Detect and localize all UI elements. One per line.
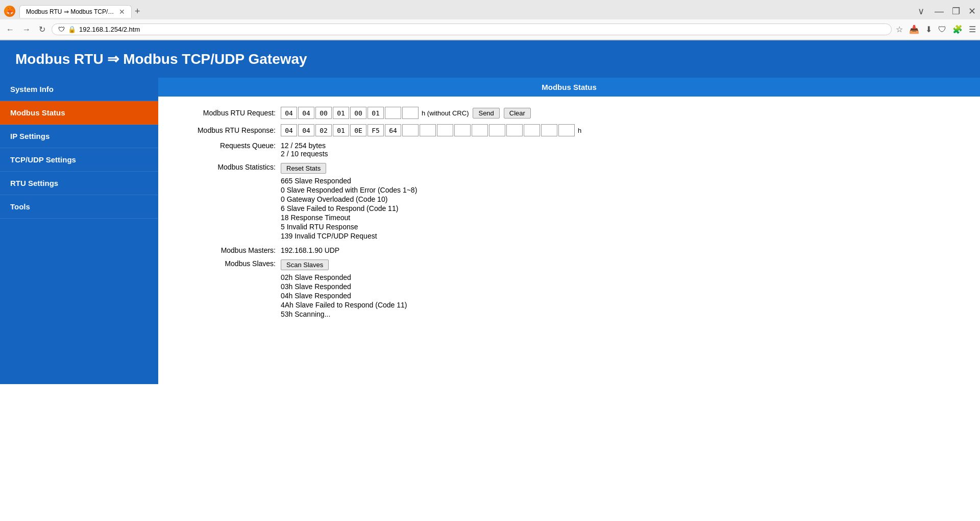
modbus-slaves-label: Modbus Slaves: — [174, 259, 276, 268]
content-area: Modbus Status Modbus RTU Request: h (wit… — [158, 78, 980, 384]
address-bar[interactable]: 🛡 🔒 — [52, 23, 892, 35]
stat-item-0: 665 Slave Responded — [281, 177, 417, 185]
pocket-icon[interactable]: 📥 — [909, 25, 919, 34]
requests-queue-label: Requests Queue: — [174, 141, 276, 150]
modbus-slaves-content: Scan Slaves 02h Slave Responded 03h Slav… — [281, 259, 407, 319]
send-button[interactable]: Send — [473, 108, 499, 119]
minimize-button[interactable]: — — [935, 6, 944, 17]
requests-queue-bytes: 12 / 254 bytes — [281, 141, 328, 150]
stat-item-1: 0 Slave Responded with Error (Codes 1~8) — [281, 186, 417, 194]
req-byte-2[interactable] — [315, 107, 332, 119]
reload-button[interactable]: ↻ — [37, 23, 47, 35]
content-body: Modbus RTU Request: h (without CRC) Send… — [158, 97, 980, 335]
stat-item-6: 139 Invalid TCP/UDP Request — [281, 232, 417, 240]
clear-button[interactable]: Clear — [504, 108, 531, 119]
resp-byte-9[interactable] — [437, 124, 453, 136]
tab-overflow-button[interactable]: ∨ — [918, 6, 924, 17]
slave-item-4: 53h Scanning... — [281, 310, 407, 318]
sidebar-item-tcp-udp-settings[interactable]: TCP/UDP Settings — [0, 148, 158, 172]
rtu-response-label: Modbus RTU Response: — [174, 126, 276, 134]
close-window-button[interactable]: ✕ — [968, 6, 976, 17]
window-controls: — ❐ ✕ — [935, 6, 976, 17]
new-tab-button[interactable]: + — [135, 6, 140, 17]
stat-item-2: 0 Gateway Overloaded (Code 10) — [281, 195, 417, 203]
req-byte-1[interactable] — [298, 107, 314, 119]
sidebar-item-tools[interactable]: Tools — [0, 195, 158, 219]
resp-byte-3[interactable] — [333, 124, 349, 136]
req-byte-5[interactable] — [368, 107, 384, 119]
slave-item-3: 4Ah Slave Failed to Respond (Code 11) — [281, 301, 407, 309]
slave-item-2: 04h Slave Responded — [281, 292, 407, 300]
restore-button[interactable]: ❐ — [952, 6, 960, 17]
resp-byte-2[interactable] — [315, 124, 332, 136]
rtu-request-label: Modbus RTU Request: — [174, 109, 276, 117]
shield-icon: 🛡 — [58, 26, 65, 33]
firefox-icon: 🦊 — [4, 6, 15, 17]
resp-byte-5[interactable] — [368, 124, 384, 136]
rtu-response-row: Modbus RTU Response: — [174, 124, 965, 136]
sidebar-item-modbus-status[interactable]: Modbus Status — [0, 101, 158, 125]
nav-bar: ← → ↻ 🛡 🔒 ☆ 📥 ⬇ 🛡 🧩 ☰ — [0, 19, 980, 40]
scan-slaves-button[interactable]: Scan Slaves — [281, 259, 329, 270]
stat-item-3: 6 Slave Failed to Respond (Code 11) — [281, 204, 417, 212]
content-header: Modbus Status — [158, 78, 980, 97]
extensions-icon[interactable]: 🧩 — [952, 25, 963, 34]
sidebar-item-system-info[interactable]: System Info — [0, 78, 158, 101]
stat-item-5: 5 Invalid RTU Response — [281, 223, 417, 231]
browser-tab[interactable]: Modbus RTU ⇒ Modbus TCP/UDP G... ✕ — [19, 5, 132, 18]
resp-byte-11[interactable] — [472, 124, 488, 136]
nav-toolbar: ☆ 📥 ⬇ 🛡 🧩 ☰ — [896, 25, 976, 34]
req-byte-0[interactable] — [281, 107, 297, 119]
resp-byte-7[interactable] — [402, 124, 419, 136]
modbus-masters-value: 192.168.1.90 UDP — [281, 246, 339, 254]
requests-queue-requests: 2 / 10 requests — [281, 150, 328, 158]
tab-title: Modbus RTU ⇒ Modbus TCP/UDP G... — [26, 8, 116, 15]
rtu-response-inputs: h — [281, 124, 581, 136]
slave-item-1: 03h Slave Responded — [281, 282, 407, 291]
sidebar-item-ip-settings[interactable]: IP Settings — [0, 125, 158, 148]
sidebar-item-rtu-settings[interactable]: RTU Settings — [0, 172, 158, 195]
resp-byte-14[interactable] — [524, 124, 540, 136]
stat-item-4: 18 Response Timeout — [281, 214, 417, 222]
resp-byte-10[interactable] — [454, 124, 471, 136]
requests-queue-value: 12 / 254 bytes 2 / 10 requests — [281, 141, 328, 158]
forward-button[interactable]: → — [20, 24, 33, 35]
modbus-masters-label: Modbus Masters: — [174, 246, 276, 254]
lock-icon: 🔒 — [68, 26, 76, 33]
resp-suffix: h — [578, 127, 581, 134]
modbus-statistics-row: Modbus Statistics: Reset Stats 665 Slave… — [174, 163, 965, 241]
reset-stats-button[interactable]: Reset Stats — [281, 163, 326, 174]
resp-byte-8[interactable] — [420, 124, 436, 136]
url-input[interactable] — [79, 26, 885, 33]
req-suffix: h (without CRC) — [422, 109, 469, 117]
download-icon[interactable]: ⬇ — [925, 25, 932, 34]
resp-byte-16[interactable] — [558, 124, 575, 136]
slave-item-0: 02h Slave Responded — [281, 273, 407, 281]
browser-chrome: 🦊 Modbus RTU ⇒ Modbus TCP/UDP G... ✕ + ∨… — [0, 0, 980, 40]
main-layout: System Info Modbus Status IP Settings TC… — [0, 78, 980, 384]
sidebar: System Info Modbus Status IP Settings TC… — [0, 78, 158, 384]
req-byte-7[interactable] — [402, 107, 419, 119]
modbus-masters-row: Modbus Masters: 192.168.1.90 UDP — [174, 246, 965, 254]
modbus-slaves-row: Modbus Slaves: Scan Slaves 02h Slave Res… — [174, 259, 965, 319]
requests-queue-row: Requests Queue: 12 / 254 bytes 2 / 10 re… — [174, 141, 965, 158]
req-byte-6[interactable] — [385, 107, 401, 119]
menu-icon[interactable]: ☰ — [969, 25, 976, 34]
tab-bar: 🦊 Modbus RTU ⇒ Modbus TCP/UDP G... ✕ + ∨… — [0, 0, 980, 19]
rtu-request-inputs: h (without CRC) Send Clear — [281, 107, 531, 119]
resp-byte-4[interactable] — [350, 124, 366, 136]
req-byte-3[interactable] — [333, 107, 349, 119]
resp-byte-12[interactable] — [489, 124, 505, 136]
page-title: Modbus RTU ⇒ Modbus TCP/UDP Gateway — [15, 51, 965, 67]
tab-close-button[interactable]: ✕ — [119, 8, 125, 16]
resp-byte-15[interactable] — [541, 124, 557, 136]
resp-byte-6[interactable] — [385, 124, 401, 136]
bookmark-star-icon[interactable]: ☆ — [896, 25, 903, 34]
resp-byte-1[interactable] — [298, 124, 314, 136]
extension-shield-icon[interactable]: 🛡 — [938, 25, 946, 34]
req-byte-4[interactable] — [350, 107, 366, 119]
resp-byte-13[interactable] — [506, 124, 523, 136]
modbus-statistics-label: Modbus Statistics: — [174, 163, 276, 171]
back-button[interactable]: ← — [4, 24, 16, 35]
resp-byte-0[interactable] — [281, 124, 297, 136]
